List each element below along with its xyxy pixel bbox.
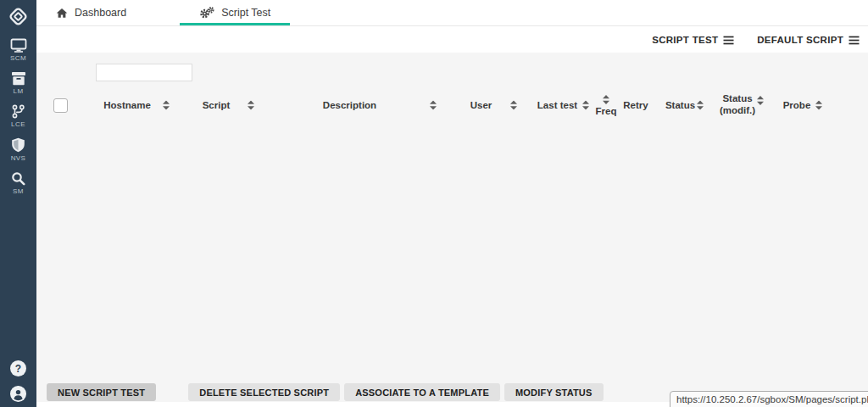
sidebar-item-label: LM <box>14 88 24 95</box>
sidebar-item-label: LCE <box>11 121 25 128</box>
column-label: Probe <box>783 100 811 110</box>
home-icon <box>56 8 68 19</box>
tab-script-test[interactable]: Script Test <box>180 0 290 25</box>
script-test-menu-button[interactable]: SCRIPT TEST <box>652 35 734 45</box>
column-label: User <box>470 100 492 110</box>
toolbar: SCRIPT TEST DEFAULT SCRIPT <box>36 27 868 53</box>
tab-label: Dashboard <box>75 7 126 19</box>
column-label: Freq <box>596 106 617 116</box>
sort-icon[interactable] <box>815 101 822 110</box>
hamburger-icon <box>849 36 860 45</box>
column-header-freq[interactable]: Freq <box>593 85 619 125</box>
sidebar-bottom: ? <box>10 360 26 402</box>
cogs-icon <box>199 7 214 19</box>
column-label: Status (modif.) <box>718 93 757 117</box>
table-header-row: Hostname Script Description User Last te <box>47 85 826 125</box>
search-icon <box>11 171 25 186</box>
column-label: Status <box>665 100 695 110</box>
select-all-cell <box>47 85 81 125</box>
column-header-probe[interactable]: Probe <box>767 85 826 125</box>
tab-bar: Dashboard Script Test <box>36 0 868 26</box>
content-panel: Hostname Script Description User Last te <box>36 53 868 402</box>
app-logo[interactable] <box>7 3 30 29</box>
sidebar-item-label: SM <box>13 188 24 195</box>
column-label: Retry <box>623 100 648 110</box>
action-button-row: NEW SCRIPT TEST DELETE SELECTED SCRIPT A… <box>47 383 608 401</box>
column-label: Last test <box>537 100 577 110</box>
sort-icon[interactable] <box>248 101 254 110</box>
sort-icon[interactable] <box>430 101 437 110</box>
sort-icon[interactable] <box>603 95 609 104</box>
column-header-user[interactable]: User <box>441 85 521 125</box>
modify-status-button[interactable]: MODIFY STATUS <box>504 383 604 401</box>
help-icon[interactable]: ? <box>10 360 26 376</box>
sort-icon[interactable] <box>757 96 764 105</box>
delete-selected-script-button[interactable]: DELETE SELECTED SCRIPT <box>188 383 340 401</box>
column-label: Description <box>323 100 376 110</box>
sidebar-item-sm[interactable]: SM <box>0 171 36 195</box>
column-header-script[interactable]: Script <box>174 85 259 125</box>
sidebar-item-lce[interactable]: LCE <box>0 104 36 128</box>
sidebar-item-nvs[interactable]: NVS <box>0 137 36 162</box>
column-header-status-modif[interactable]: Status (modif.) <box>708 85 767 125</box>
tab-dashboard[interactable]: Dashboard <box>36 0 146 25</box>
column-header-retry: Retry <box>619 85 653 125</box>
new-script-test-button[interactable]: NEW SCRIPT TEST <box>47 383 156 401</box>
select-all-checkbox[interactable] <box>53 98 68 113</box>
column-header-last-test[interactable]: Last test <box>521 85 593 125</box>
monitor-icon <box>10 38 27 53</box>
shield-icon <box>11 137 25 153</box>
sort-icon[interactable] <box>510 101 517 110</box>
menu-label: DEFAULT SCRIPT <box>757 35 843 45</box>
sgbox-logo-icon <box>7 5 30 28</box>
browser-status-url: https://10.250.2.67/sgbox/SM/pages/scrip… <box>670 391 868 407</box>
column-header-hostname[interactable]: Hostname <box>81 85 174 125</box>
sort-icon[interactable] <box>163 101 170 110</box>
sidebar-item-lm[interactable]: LM <box>0 71 36 95</box>
sidebar-item-scm[interactable]: SCM <box>0 38 36 62</box>
sort-icon[interactable] <box>697 101 704 110</box>
column-label: Hostname <box>103 100 151 110</box>
default-script-menu-button[interactable]: DEFAULT SCRIPT <box>757 35 860 45</box>
script-test-page: { "app": { "logo": "sgbox-logo" }, "side… <box>0 0 868 407</box>
column-label: Script <box>203 100 231 110</box>
branch-icon <box>11 104 25 119</box>
tab-label: Script Test <box>221 7 270 19</box>
sidebar: SCM LM LCE NVS <box>0 0 36 407</box>
sidebar-item-label: NVS <box>11 155 26 162</box>
sidebar-item-label: SCM <box>10 55 26 62</box>
column-header-description[interactable]: Description <box>259 85 441 125</box>
menu-label: SCRIPT TEST <box>652 35 718 45</box>
sort-icon[interactable] <box>582 101 589 110</box>
column-header-status[interactable]: Status <box>653 85 708 125</box>
archive-box-icon <box>11 71 26 86</box>
user-icon[interactable] <box>10 386 26 402</box>
table-search-input[interactable] <box>96 64 192 81</box>
associate-to-template-button[interactable]: ASSOCIATE TO A TEMPLATE <box>344 383 500 401</box>
hamburger-icon <box>723 36 734 45</box>
